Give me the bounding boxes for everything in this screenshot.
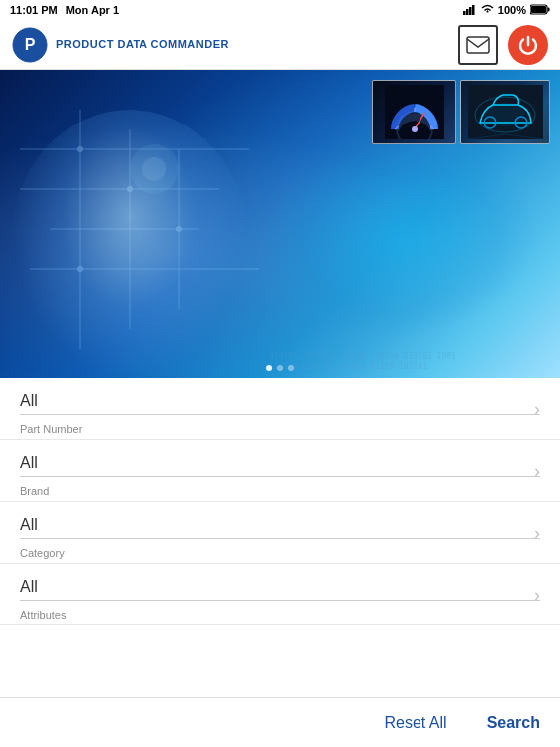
wifi-icon <box>481 4 494 17</box>
brand-value: All <box>20 454 38 471</box>
logo-area: P PRODUCT DATA COMMANDER <box>12 27 229 63</box>
svg-point-30 <box>412 126 418 132</box>
part-number-chevron-icon: › <box>534 398 540 419</box>
attributes-chevron-icon: › <box>534 584 540 605</box>
bottom-action-bar: Reset All Search <box>0 697 560 747</box>
part-number-label: Part Number <box>20 423 82 435</box>
hero-car <box>252 139 548 339</box>
attributes-value: All <box>20 578 38 595</box>
attributes-label: Attributes <box>20 609 66 621</box>
svg-text:010101 1100101 01010 110100 01: 010101 1100101 01010 110100 010101 1001 <box>269 352 456 361</box>
dot-3 <box>288 365 294 371</box>
hero-hand <box>10 110 249 378</box>
svg-rect-1 <box>466 9 469 15</box>
mail-button[interactable] <box>458 25 498 65</box>
signal-icon <box>463 4 477 17</box>
hero-banner: 010101 1100101 01010 110100 010101 1001 … <box>0 70 560 378</box>
svg-point-38 <box>485 103 525 126</box>
car-thumbnail <box>460 80 550 144</box>
header-actions <box>458 25 548 65</box>
brand-filter[interactable]: All Brand › <box>0 440 560 502</box>
category-value-underline: All <box>20 516 540 539</box>
part-number-value-underline: All <box>20 392 540 415</box>
svg-rect-3 <box>472 5 475 15</box>
status-bar: 11:01 PM Mon Apr 1 100% <box>0 0 560 20</box>
svg-rect-6 <box>548 7 550 11</box>
date-display: Mon Apr 1 <box>66 4 119 16</box>
svg-rect-2 <box>469 7 472 15</box>
category-filter[interactable]: All Category › <box>0 502 560 564</box>
search-button[interactable]: Search <box>487 714 540 732</box>
gauge-thumbnail <box>372 80 456 144</box>
hero-dots <box>266 365 294 371</box>
attributes-filter[interactable]: All Attributes › <box>0 564 560 625</box>
category-value: All <box>20 516 38 533</box>
hero-thumbnails <box>372 80 550 144</box>
part-number-value: All <box>20 392 38 409</box>
part-number-filter[interactable]: All Part Number › <box>0 378 560 440</box>
category-label: Category <box>20 547 65 559</box>
dot-1 <box>266 365 272 371</box>
gauge-svg <box>385 85 444 139</box>
svg-rect-5 <box>531 6 546 13</box>
brand-value-underline: All <box>20 454 540 477</box>
brand-chevron-icon: › <box>534 460 540 481</box>
status-right: 100% <box>463 4 550 17</box>
logo-icon: P <box>12 27 48 63</box>
attributes-value-underline: All <box>20 578 540 601</box>
battery-icon <box>530 4 550 17</box>
mail-icon <box>466 36 490 54</box>
svg-text:P: P <box>25 36 36 53</box>
brand-label: Brand <box>20 485 49 497</box>
power-button[interactable] <box>508 25 548 65</box>
battery-display: 100% <box>498 4 526 16</box>
category-chevron-icon: › <box>534 522 540 543</box>
time-display: 11:01 PM <box>10 4 58 16</box>
reset-all-button[interactable]: Reset All <box>384 714 446 732</box>
car-svg <box>468 85 543 139</box>
svg-rect-0 <box>463 11 466 15</box>
logo-text: PRODUCT DATA COMMANDER <box>56 38 229 51</box>
power-icon <box>518 35 538 55</box>
svg-rect-9 <box>467 37 489 53</box>
main-content: All Part Number › All Brand › All Catego… <box>0 378 560 747</box>
app-header: P PRODUCT DATA COMMANDER <box>0 20 560 70</box>
status-left: 11:01 PM Mon Apr 1 <box>10 4 119 16</box>
dot-2 <box>277 365 283 371</box>
